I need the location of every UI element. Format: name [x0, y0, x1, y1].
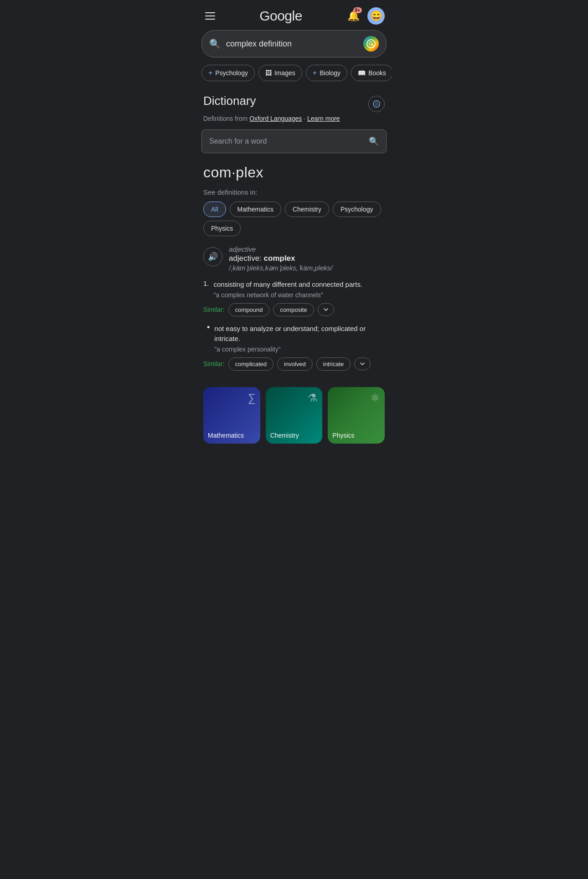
chip-images[interactable]: 🖼 Images — [258, 65, 302, 81]
def-main-text-1: consisting of many different and connect… — [214, 279, 385, 290]
chip-biology[interactable]: + Biology — [306, 65, 347, 81]
chip-label: Biology — [320, 69, 340, 77]
subject-cards: ∑ Mathematics ⚗ Chemistry ⚛ Physics — [196, 378, 392, 444]
word-definition-content: adjective adjective: complex /ˌkämˈpleks… — [229, 245, 385, 272]
word-search-placeholder: Search for a word — [209, 137, 369, 145]
menu-button[interactable] — [203, 10, 217, 21]
cat-chip-psychology[interactable]: Psychology — [333, 202, 381, 217]
cat-chip-chemistry[interactable]: Chemistry — [285, 202, 329, 217]
definition-item-1: 1. consisting of many different and conn… — [203, 279, 385, 316]
expand-similar-2[interactable] — [354, 357, 371, 370]
oxford-link[interactable]: Oxford Languages — [249, 115, 302, 122]
word-pronunciation-row: 🔊 adjective adjective: complex /ˌkämˈple… — [203, 245, 385, 272]
separator: · — [304, 115, 307, 122]
header-actions: 🔔 9+ 😄 — [345, 7, 385, 25]
math-icon: ∑ — [248, 392, 256, 404]
word-search-icon: 🔍 — [369, 136, 379, 146]
books-icon: 📖 — [358, 69, 366, 77]
bullet-dot: • — [207, 323, 210, 353]
subject-card-physics[interactable]: ⚛ Physics — [328, 387, 385, 444]
subject-card-mathematics[interactable]: ∑ Mathematics — [203, 387, 260, 444]
search-bar-container: 🔍 complex definition — [196, 30, 392, 65]
user-avatar[interactable]: 😄 — [367, 7, 385, 25]
learn-more-link[interactable]: Learn more — [307, 115, 340, 122]
subject-cards-grid: ∑ Mathematics ⚗ Chemistry ⚛ Physics — [196, 387, 392, 444]
similar-chip-involved[interactable]: involved — [277, 357, 313, 371]
similar-chip-complicated[interactable]: complicated — [228, 357, 273, 371]
google-logo: Google — [259, 8, 302, 24]
similar-chip-compound[interactable]: compound — [228, 303, 270, 316]
avatar-image: 😄 — [370, 10, 382, 22]
def-text-2: not easy to analyze or understand; compl… — [214, 324, 385, 353]
def-example-2: "a complex personality" — [214, 346, 385, 353]
header: Google 🔔 9+ 😄 — [196, 0, 392, 30]
lens-icon — [366, 39, 376, 48]
chem-label: Chemistry — [270, 432, 299, 439]
notification-badge: 9+ — [353, 7, 362, 13]
audio-button[interactable]: 🔊 — [203, 247, 222, 266]
lens-button[interactable] — [363, 36, 379, 52]
cat-chip-physics[interactable]: Physics — [203, 221, 241, 236]
similar-chip-intricate[interactable]: intricate — [316, 357, 351, 371]
subject-card-chemistry[interactable]: ⚗ Chemistry — [266, 387, 323, 444]
chip-psychology[interactable]: + Psychology — [201, 65, 255, 81]
chip-books[interactable]: 📖 Books — [351, 65, 392, 81]
see-definitions-label: See definitions in: — [196, 188, 392, 202]
math-label: Mathematics — [208, 432, 244, 439]
search-icon: 🔍 — [209, 38, 221, 49]
definition-section: 🔊 adjective adjective: complex /ˌkämˈple… — [196, 245, 392, 272]
phys-label: Physics — [332, 432, 354, 439]
cat-chip-mathematics[interactable]: Mathematics — [230, 202, 281, 217]
similar-label-2: Similar: — [203, 360, 225, 367]
phys-icon: ⚛ — [370, 392, 380, 404]
def-example-1: "a complex network of water channels" — [214, 291, 385, 299]
word-with-pos: adjective: complex — [229, 254, 385, 263]
part-of-speech: adjective — [229, 245, 385, 253]
category-chips: All Mathematics Chemistry Psychology Phy… — [196, 202, 392, 245]
dictionary-header: Dictionary — [196, 90, 392, 114]
dictionary-source: Definitions from Oxford Languages · Lear… — [196, 114, 392, 129]
def-number-1: 1. — [203, 279, 209, 299]
plus-icon: + — [313, 69, 317, 77]
audio-icon: 🔊 — [208, 252, 218, 262]
similar-chip-composite[interactable]: composite — [273, 303, 314, 316]
ai-button[interactable] — [368, 96, 385, 112]
definition-item-2: • not easy to analyze or understand; com… — [203, 324, 385, 371]
svg-point-2 — [373, 101, 380, 107]
chem-icon: ⚗ — [308, 392, 318, 404]
search-query: complex definition — [226, 39, 358, 49]
chip-label: Books — [368, 69, 386, 77]
search-bar[interactable]: 🔍 complex definition — [201, 30, 387, 57]
dictionary-title: Dictionary — [203, 94, 256, 108]
chip-label: Images — [274, 69, 295, 77]
images-icon: 🖼 — [265, 69, 272, 77]
phonetic: /ˌkämˈpleks,kəmˈpleks,ˈkämˌpleks/ — [229, 264, 385, 272]
word-heading: com·plex — [196, 164, 392, 188]
chip-label: Psychology — [215, 69, 248, 77]
similar-row-1: Similar: compound composite — [203, 303, 385, 316]
notification-button[interactable]: 🔔 9+ — [345, 7, 362, 25]
expand-similar-1[interactable] — [318, 303, 334, 316]
similar-label-1: Similar: — [203, 306, 225, 313]
def-main-text-2: not easy to analyze or understand; compl… — [214, 324, 385, 344]
def-text-1: consisting of many different and connect… — [214, 279, 385, 299]
bullet-definition-1: • not easy to analyze or understand; com… — [203, 324, 385, 353]
word-search-input[interactable]: Search for a word 🔍 — [201, 129, 387, 153]
filter-chips: + Psychology 🖼 Images + Biology 📖 Books — [196, 65, 392, 90]
plus-icon: + — [208, 69, 212, 77]
similar-row-2: Similar: complicated involved intricate — [203, 357, 385, 371]
definitions-list: 1. consisting of many different and conn… — [196, 279, 392, 371]
svg-line-1 — [372, 45, 374, 47]
numbered-definition-1: 1. consisting of many different and conn… — [203, 279, 385, 299]
cat-chip-all[interactable]: All — [203, 202, 226, 217]
